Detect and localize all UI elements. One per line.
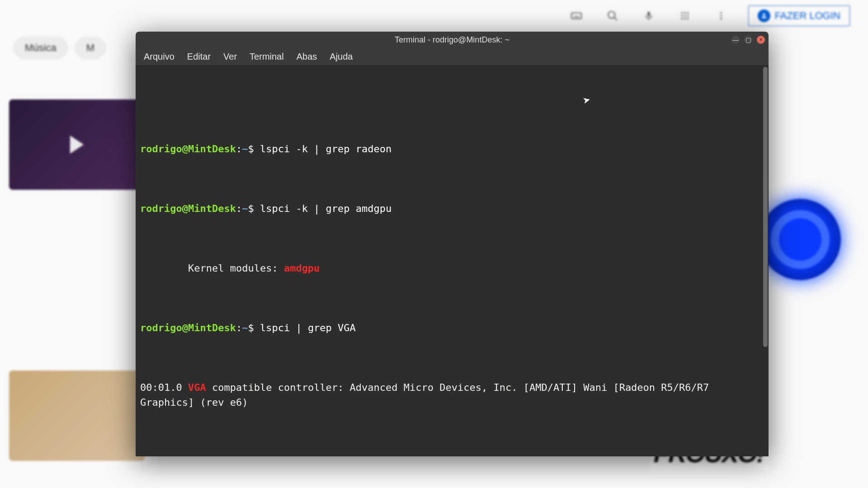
video-thumb[interactable]	[9, 371, 145, 461]
terminal-menubar: Arquivo Editar Ver Terminal Abas Ajuda	[136, 48, 769, 65]
user-circle-icon	[758, 9, 770, 22]
prompt-sep: :	[236, 143, 242, 155]
video-thumb[interactable]	[9, 99, 145, 190]
play-icon	[70, 136, 84, 154]
grep-match: amdgpu	[284, 263, 320, 274]
svg-point-11	[687, 12, 689, 14]
scrollbar[interactable]	[763, 67, 768, 347]
speaker-graphic	[760, 199, 841, 280]
svg-line-7	[614, 17, 617, 20]
svg-point-19	[720, 15, 722, 17]
keyboard-icon[interactable]	[567, 7, 585, 25]
search-icon[interactable]	[604, 7, 622, 25]
svg-point-21	[763, 14, 765, 16]
output-text: compatible controller: Advanced Micro De…	[140, 382, 715, 408]
command-text: lspci -k | grep radeon	[254, 143, 392, 155]
svg-point-10	[684, 12, 686, 14]
chip-partial[interactable]: M	[75, 37, 106, 59]
window-titlebar[interactable]: Terminal - rodrigo@MintDesk: ~ — ▢ ×	[136, 32, 769, 48]
terminal-window[interactable]: Terminal - rodrigo@MintDesk: ~ — ▢ × Arq…	[136, 32, 769, 456]
login-button[interactable]: FAZER LOGIN	[748, 5, 850, 26]
menu-terminal[interactable]: Terminal	[250, 52, 284, 62]
apps-grid-icon[interactable]	[676, 7, 694, 25]
menu-view[interactable]: Ver	[223, 52, 237, 62]
login-label: FAZER LOGIN	[775, 10, 840, 22]
menu-file[interactable]: Arquivo	[144, 52, 175, 62]
mouse-pointer-icon: ➤	[581, 91, 593, 111]
output-text: 00:01.0	[140, 382, 188, 393]
svg-point-17	[687, 18, 689, 20]
svg-rect-0	[571, 13, 581, 19]
command-text: lspci | grep VGA	[254, 322, 356, 333]
window-controls: — ▢ ×	[731, 32, 765, 48]
mic-icon[interactable]	[640, 7, 658, 25]
svg-point-9	[681, 12, 683, 14]
svg-point-12	[681, 15, 683, 17]
svg-point-15	[681, 18, 683, 20]
chip-music[interactable]: Música	[14, 37, 68, 59]
minimize-button[interactable]: —	[731, 36, 740, 44]
svg-point-14	[687, 15, 689, 17]
menu-tabs[interactable]: Abas	[297, 52, 317, 62]
terminal-output[interactable]: ➤ rodrigo@MintDesk:~$ lspci -k | grep ra…	[136, 65, 769, 456]
close-button[interactable]: ×	[757, 36, 765, 44]
svg-point-16	[684, 18, 686, 20]
menu-help[interactable]: Ajuda	[330, 52, 353, 62]
menu-edit[interactable]: Editar	[187, 52, 211, 62]
svg-point-20	[720, 18, 722, 20]
command-text: lspci -k | grep amdgpu	[254, 203, 392, 214]
browser-topbar: FAZER LOGIN	[0, 0, 868, 32]
prompt-user: rodrigo@MintDesk	[140, 143, 236, 155]
output-text: Kernel modules:	[140, 263, 284, 274]
prompt-path: ~	[242, 143, 248, 155]
more-vert-icon[interactable]	[712, 7, 730, 25]
window-title: Terminal - rodrigo@MintDesk: ~	[395, 35, 509, 45]
prompt-dollar: $	[248, 143, 254, 155]
svg-point-13	[684, 15, 686, 17]
prompt-user: rodrigo@MintDesk	[140, 203, 236, 214]
maximize-button[interactable]: ▢	[744, 36, 752, 44]
grep-match: VGA	[188, 382, 206, 393]
svg-point-6	[608, 11, 615, 18]
svg-point-18	[720, 12, 722, 14]
